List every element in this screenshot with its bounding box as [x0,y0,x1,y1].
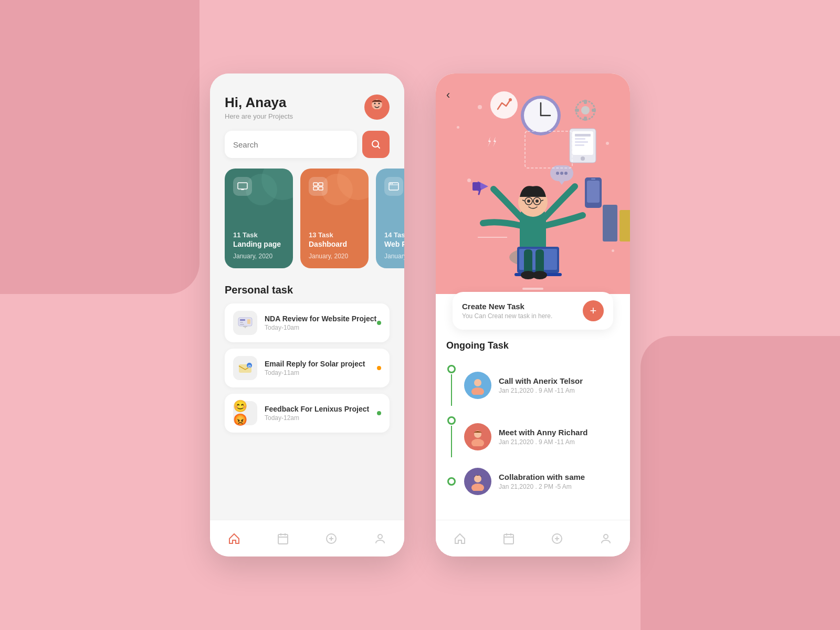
task-time-nda: Today-10am [265,324,376,331]
svg-point-55 [581,156,585,161]
timeline-col-1 [446,365,457,406]
svg-rect-43 [575,109,579,112]
card-info-landing: 11 Task Landing page January, 2020 [233,231,285,260]
ongoing-item-2[interactable]: Meet with Anny Richard Jan 21,2020 . 9 A… [446,411,620,463]
ongoing-avatar-1 [464,372,491,399]
right-nav-add[interactable] [542,528,572,549]
card-info-dashboard: 13 Task Dashboard January, 2020 [309,231,360,260]
greeting-subtitle: Here are your Projects [225,112,293,120]
right-hero: ‹ [436,74,630,294]
svg-rect-27 [278,534,288,544]
task-item-email[interactable]: @ Email Reply for Solar project Today-11… [225,349,390,387]
svg-rect-11 [313,187,318,190]
search-button[interactable] [362,131,390,158]
left-content: Hi, Anaya Here are your Projects [210,74,404,556]
task-name-feedback: Feedback For Lenixus Project [265,405,369,413]
svg-rect-44 [592,109,596,112]
email-task-icon: @ [238,362,253,374]
left-header: Hi, Anaya Here are your Projects [210,74,404,131]
left-nav-calendar[interactable] [268,528,298,549]
phone-left: Hi, Anaya Here are your Projects [210,74,404,556]
calendar-icon-right [502,532,515,545]
calendar-icon [277,532,289,545]
feedback-emoji: 😊😡 [233,400,257,427]
svg-point-91 [474,379,481,386]
svg-rect-19 [240,322,243,323]
ongoing-item-1[interactable]: Call with Anerix Telsor Jan 21,2020 . 9 … [446,360,620,411]
card-info-webpage: 14 Task Web Page January, 2 [384,231,404,260]
avatar-collab [468,472,487,491]
personal-task-section: Personal task [210,279,404,520]
search-icon [371,139,381,150]
svg-text:@: @ [248,364,251,368]
hero-illustration [436,74,630,294]
monitor-icon [237,182,248,191]
home-icon [228,532,240,545]
right-nav-home[interactable] [445,528,475,549]
left-nav-profile[interactable] [365,528,395,549]
ongoing-time-1: Jan 21,2020 . 9 AM -11 Am [499,387,583,394]
project-card-dashboard[interactable]: 13 Task Dashboard January, 2020 [300,169,369,268]
back-button[interactable]: ‹ [446,88,450,102]
project-card-webpage[interactable]: 14 Task Web Page January, 2 [376,169,404,268]
task-icon-email: @ [233,356,257,380]
search-input-wrap [225,131,357,158]
left-nav-add[interactable] [317,528,346,549]
task-dot-email [377,366,381,370]
timeline-line-2 [451,426,452,457]
profile-icon [374,532,386,545]
card-title-dashboard: Dashboard [309,240,360,248]
ongoing-item-3[interactable]: Collabration with same Jan 21,2020 . 2 P… [446,463,620,500]
task-dot-feedback [377,411,381,415]
avatar-face [366,97,387,118]
ongoing-info-1: Call with Anerix Telsor Jan 21,2020 . 9 … [499,376,583,394]
svg-rect-20 [240,324,244,325]
greeting-title: Hi, Anaya [225,94,293,111]
ongoing-avatar-3 [464,468,491,495]
task-info-email: Email Reply for Solar project Today-11am [265,360,365,376]
svg-point-1 [370,109,384,118]
ongoing-name-2: Meet with Anny Richard [499,428,587,437]
right-nav-profile[interactable] [591,528,621,549]
task-time-feedback: Today-12am [265,414,369,422]
svg-rect-53 [575,141,588,143]
right-nav-calendar[interactable] [494,528,523,549]
svg-rect-18 [240,319,245,321]
left-nav-home[interactable] [219,528,249,549]
add-icon [325,532,338,545]
svg-point-89 [532,271,547,279]
bg-shape-left [0,0,200,294]
project-card-landing[interactable]: 11 Task Landing page January, 2020 [225,169,293,268]
card-task-count-webpage: 14 Task [384,231,404,239]
create-task-wrapper: Create New Task You Can Creat new task i… [436,294,630,330]
monitor-task-icon [238,317,253,329]
ongoing-title: Ongoing Task [446,340,620,351]
svg-point-3 [379,103,380,104]
ongoing-section: Ongoing Task [436,330,630,520]
svg-rect-57 [587,181,600,203]
avatar[interactable] [364,94,390,120]
right-white-content: Create New Task You Can Creat new task i… [436,294,630,556]
search-input[interactable] [233,140,349,149]
home-icon-right [454,532,466,545]
svg-rect-12 [319,187,323,190]
dashboard-icon [313,182,323,191]
svg-point-75 [527,200,530,203]
greeting: Hi, Anaya Here are your Projects [225,94,293,120]
svg-point-46 [509,98,512,101]
timeline-col-3 [446,477,457,486]
svg-marker-48 [493,136,496,147]
avatar-anny [468,427,487,446]
task-item-feedback[interactable]: 😊😡 Feedback For Lenixus Project Today-12… [225,394,390,433]
add-task-button[interactable]: + [583,300,604,321]
card-task-count-landing: 11 Task [233,231,285,239]
task-icon-nda [233,311,257,335]
svg-rect-82 [472,182,480,191]
projects-scroll: 11 Task Landing page January, 2020 [210,169,404,279]
task-dot-nda [377,321,381,325]
create-task-section[interactable]: Create New Task You Can Creat new task i… [453,292,613,330]
task-item-nda[interactable]: NDA Review for Website Project Today-10a… [225,303,390,342]
personal-task-title: Personal task [225,284,390,296]
search-bar-container [210,131,404,169]
screens-container: Hi, Anaya Here are your Projects [210,74,630,556]
